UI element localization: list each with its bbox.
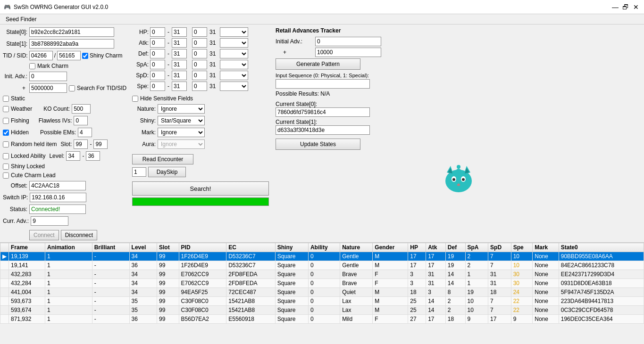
connect-button[interactable]: Connect: [29, 230, 59, 240]
iv-spa-select[interactable]: [220, 60, 248, 69]
iv-hp-max[interactable]: [172, 27, 187, 37]
update-states-button[interactable]: Update States: [276, 139, 360, 150]
col-mark[interactable]: Mark: [533, 243, 559, 252]
fishing-checkbox[interactable]: [3, 118, 9, 124]
iv-hp-min[interactable]: [150, 27, 165, 37]
nature-select[interactable]: Ignore: [158, 104, 205, 114]
table-row[interactable]: 19,1411-36991F26D4E9D53236C7Square0Gentl…: [0, 261, 644, 270]
table-row[interactable]: 593,6741-3599C30F08C015421AB8Square0LaxM…: [0, 306, 644, 315]
menu-seed-finder[interactable]: Seed Finder: [2, 15, 40, 24]
retail-plus-input[interactable]: [315, 48, 381, 57]
mark-select[interactable]: Ignore: [158, 128, 205, 137]
shiny-locked-checkbox[interactable]: [3, 164, 9, 170]
current-state1-input[interactable]: [276, 125, 370, 135]
sid-input[interactable]: [57, 51, 81, 60]
search-tid-sid-checkbox[interactable]: [69, 85, 75, 91]
hide-sensitive-checkbox[interactable]: [132, 96, 138, 102]
col-spe[interactable]: Spe: [511, 243, 533, 252]
dayskip-button[interactable]: DaySkip: [148, 167, 186, 177]
shiny-select[interactable]: Star/Square: [158, 116, 205, 125]
shiny-charm-checkbox[interactable]: [82, 53, 88, 59]
plus-input[interactable]: [29, 83, 67, 93]
iv-spe-min[interactable]: [150, 82, 165, 91]
col-brilliant[interactable]: Brilliant: [92, 243, 129, 252]
slot-min-input[interactable]: [74, 139, 88, 149]
iv-def-min2[interactable]: [192, 49, 207, 58]
maximize-button[interactable]: 🗗: [621, 3, 630, 11]
switch-ip-input[interactable]: [30, 193, 86, 202]
flawless-ivs-input[interactable]: [74, 116, 88, 125]
col-pid[interactable]: PID: [179, 243, 226, 252]
col-def[interactable]: Def: [445, 243, 465, 252]
iv-atk-max[interactable]: [172, 38, 187, 48]
static-checkbox[interactable]: [3, 96, 9, 102]
possible-ems-input[interactable]: [78, 128, 92, 137]
aura-select[interactable]: Ignore: [158, 139, 205, 149]
minimize-button[interactable]: —: [611, 3, 619, 11]
table-row[interactable]: ▶19,1391-34991F26D4E9D53236C7Square0Gent…: [0, 252, 644, 261]
locked-ability-checkbox[interactable]: [3, 153, 9, 159]
table-row[interactable]: 441,0041-349994EA5F2572CEC487Square0Quie…: [0, 288, 644, 297]
iv-spa-min2[interactable]: [192, 60, 207, 69]
iv-spa-min[interactable]: [150, 60, 165, 69]
col-nature[interactable]: Nature: [340, 243, 373, 252]
iv-spe-select[interactable]: [220, 82, 248, 91]
dayskip-num-input[interactable]: [132, 167, 146, 177]
col-spa[interactable]: SpA: [465, 243, 488, 252]
input-sequence-input[interactable]: [276, 79, 370, 89]
cute-charm-checkbox[interactable]: [3, 172, 9, 179]
iv-hp-min2[interactable]: [192, 27, 207, 37]
iv-spd-min[interactable]: [150, 71, 165, 80]
col-hp[interactable]: HP: [408, 243, 426, 252]
close-button[interactable]: ✕: [632, 3, 640, 11]
col-slot[interactable]: Slot: [157, 243, 179, 252]
weather-checkbox[interactable]: [3, 106, 9, 112]
col-spd[interactable]: SpD: [488, 243, 511, 252]
table-row[interactable]: 432,2831-3499E7062CC92FD8FEDASquare0Brav…: [0, 270, 644, 279]
curr-adv-input[interactable]: [31, 216, 68, 226]
mark-charm-checkbox[interactable]: [29, 63, 35, 69]
iv-spe-min2[interactable]: [192, 82, 207, 91]
table-row[interactable]: 432,2841-3499E7062CC92FD8FEDASquare0Brav…: [0, 279, 644, 288]
iv-spd-max[interactable]: [172, 71, 187, 80]
col-shiny[interactable]: Shiny: [275, 243, 308, 252]
initial-adv-input[interactable]: [315, 37, 381, 46]
col-atk[interactable]: Atk: [426, 243, 446, 252]
level-min-input[interactable]: [66, 151, 80, 161]
iv-atk-min[interactable]: [150, 38, 165, 48]
hidden-checkbox[interactable]: [3, 130, 9, 136]
col-animation[interactable]: Animation: [45, 243, 92, 252]
current-state0-input[interactable]: [276, 107, 370, 117]
offset-input[interactable]: [29, 181, 86, 190]
iv-spd-select[interactable]: [220, 71, 248, 80]
table-row[interactable]: 593,6731-3599C30F08C015421AB8Square0LaxM…: [0, 297, 644, 306]
col-ability[interactable]: Ability: [308, 243, 340, 252]
random-held-checkbox[interactable]: [3, 141, 9, 147]
search-button[interactable]: Search!: [132, 181, 269, 196]
iv-def-min[interactable]: [150, 49, 165, 58]
generate-pattern-button[interactable]: Generate Pattern: [276, 58, 360, 70]
iv-hp-select[interactable]: [220, 27, 248, 37]
tid-input[interactable]: [29, 51, 53, 60]
state0-input[interactable]: [29, 27, 114, 37]
iv-spa-max[interactable]: [172, 60, 187, 69]
level-max-input[interactable]: [86, 151, 100, 161]
init-adv-input[interactable]: [29, 72, 67, 81]
iv-def-max[interactable]: [172, 49, 187, 58]
col-level[interactable]: Level: [129, 243, 157, 252]
col-ec[interactable]: EC: [226, 243, 276, 252]
iv-atk-min2[interactable]: [192, 38, 207, 48]
state1-input[interactable]: [29, 39, 114, 49]
slot-max-input[interactable]: [93, 139, 108, 149]
ko-count-input[interactable]: [72, 104, 91, 114]
iv-spe-max[interactable]: [172, 82, 187, 91]
table-wrapper[interactable]: Frame Animation Brilliant Level Slot PID…: [0, 243, 644, 344]
table-row[interactable]: 871,9321-3699B56D7EA2E5560918Square0Mild…: [0, 315, 644, 324]
col-gender[interactable]: Gender: [373, 243, 408, 252]
iv-spd-min2[interactable]: [192, 71, 207, 80]
iv-def-select[interactable]: [220, 49, 248, 58]
disconnect-button[interactable]: Disconnect: [61, 230, 97, 240]
read-encounter-button[interactable]: Read Encounter: [132, 154, 193, 164]
iv-atk-select[interactable]: [220, 38, 248, 48]
col-frame[interactable]: Frame: [9, 243, 45, 252]
